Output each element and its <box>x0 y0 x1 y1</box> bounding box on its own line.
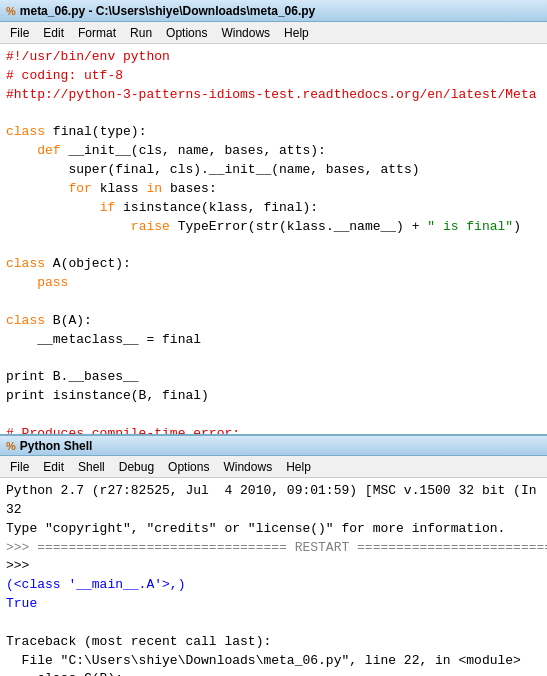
code-editor[interactable]: #!/usr/bin/env python # coding: utf-8 #h… <box>0 44 547 434</box>
shell-menu-bar: File Edit Shell Debug Options Windows He… <box>0 456 547 478</box>
code-line-19: print isinstance(B, final) <box>6 387 541 406</box>
shell-menu-debug[interactable]: Debug <box>113 459 160 475</box>
shell-line-5: >>> <box>6 557 541 576</box>
shell-title-bar: % Python Shell <box>0 434 547 456</box>
shell-menu-help[interactable]: Help <box>280 459 317 475</box>
code-line-11 <box>6 236 541 255</box>
shell-line-8 <box>6 614 541 633</box>
code-line-18: print B.__bases__ <box>6 368 541 387</box>
shell-title: Python Shell <box>20 439 93 453</box>
editor-icon: % <box>6 5 16 17</box>
shell-line-7: True <box>6 595 541 614</box>
menu-help[interactable]: Help <box>278 25 315 41</box>
shell-line-2: 32 <box>6 501 541 520</box>
shell-menu-windows[interactable]: Windows <box>217 459 278 475</box>
code-line-3: #http://python-3-patterns-idioms-test.re… <box>6 86 541 105</box>
menu-options[interactable]: Options <box>160 25 213 41</box>
code-line-12: class A(object): <box>6 255 541 274</box>
code-line-1: #!/usr/bin/env python <box>6 48 541 67</box>
shell-line-3: Type "copyright", "credits" or "license(… <box>6 520 541 539</box>
shell-line-9: Traceback (most recent call last): <box>6 633 541 652</box>
code-line-16: __metaclass__ = final <box>6 331 541 350</box>
shell-line-1: Python 2.7 (r27:82525, Jul 4 2010, 09:01… <box>6 482 541 501</box>
code-line-7: super(final, cls).__init__(name, bases, … <box>6 161 541 180</box>
code-line-9: if isinstance(klass, final): <box>6 199 541 218</box>
code-line-13: pass <box>6 274 541 293</box>
shell-menu-file[interactable]: File <box>4 459 35 475</box>
editor-title-bar: % meta_06.py - C:\Users\shiye\Downloads\… <box>0 0 547 22</box>
code-line-10: raise TypeError(str(klass.__name__) + " … <box>6 218 541 237</box>
code-line-14 <box>6 293 541 312</box>
shell-line-4: >>> ================================ RES… <box>6 539 541 558</box>
shell-line-11: class C(B): <box>6 670 541 676</box>
editor-menu-bar: File Edit Format Run Options Windows Hel… <box>0 22 547 44</box>
shell-line-10: File "C:\Users\shiye\Downloads\meta_06.p… <box>6 652 541 671</box>
menu-file[interactable]: File <box>4 25 35 41</box>
shell-output[interactable]: Python 2.7 (r27:82525, Jul 4 2010, 09:01… <box>0 478 547 676</box>
menu-windows[interactable]: Windows <box>215 25 276 41</box>
shell-icon: % <box>6 440 16 452</box>
code-line-20 <box>6 406 541 425</box>
code-line-21: # Produces compile-time error: <box>6 425 541 434</box>
code-line-17 <box>6 350 541 369</box>
shell-menu-shell[interactable]: Shell <box>72 459 111 475</box>
code-line-4 <box>6 105 541 124</box>
editor-title: meta_06.py - C:\Users\shiye\Downloads\me… <box>20 4 315 18</box>
code-line-8: for klass in bases: <box>6 180 541 199</box>
code-line-15: class B(A): <box>6 312 541 331</box>
shell-menu-edit[interactable]: Edit <box>37 459 70 475</box>
menu-run[interactable]: Run <box>124 25 158 41</box>
code-line-5: class final(type): <box>6 123 541 142</box>
code-line-6: def __init__(cls, name, bases, atts): <box>6 142 541 161</box>
shell-menu-options[interactable]: Options <box>162 459 215 475</box>
shell-line-6: (<class '__main__.A'>,) <box>6 576 541 595</box>
menu-edit[interactable]: Edit <box>37 25 70 41</box>
code-line-2: # coding: utf-8 <box>6 67 541 86</box>
menu-format[interactable]: Format <box>72 25 122 41</box>
